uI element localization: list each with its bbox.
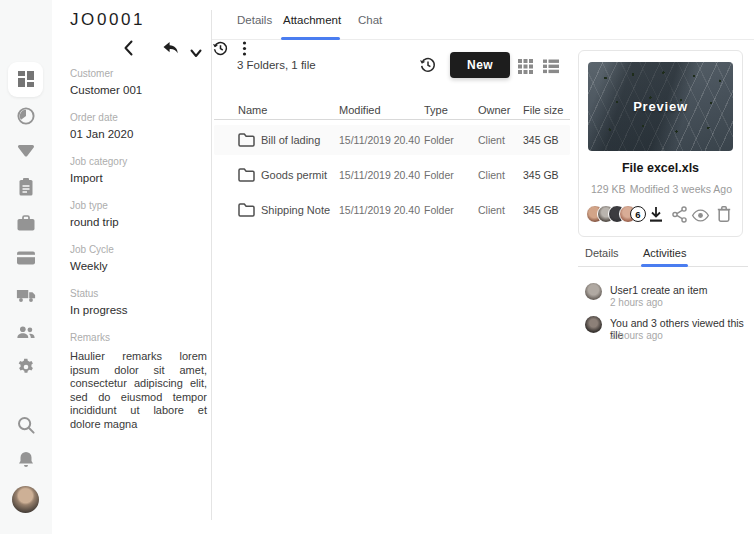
tab-file-details[interactable]: Details	[585, 247, 619, 259]
file-modified: 15/11/2019 20.40	[339, 134, 424, 146]
file-type: Folder	[424, 204, 478, 216]
main-content: Details Attachment Chat 3 Folders, 1 fil…	[212, 0, 754, 534]
field-job-category: Job category Import	[70, 156, 207, 185]
card-icon[interactable]	[15, 247, 37, 269]
field-order-date: Order date 01 Jan 2020	[70, 112, 207, 141]
search-icon[interactable]	[15, 414, 37, 436]
back-icon[interactable]	[123, 40, 134, 60]
download-icon[interactable]	[649, 206, 663, 226]
filter-icon[interactable]	[15, 141, 37, 163]
eye-icon[interactable]	[691, 208, 710, 226]
file-size: 345 GB	[523, 134, 570, 146]
tab-chat[interactable]: Chat	[358, 14, 382, 26]
reply-icon[interactable]	[162, 41, 180, 60]
active-tab-underline	[281, 37, 340, 40]
file-size: 345 GB	[523, 204, 570, 216]
preview-label: Preview	[633, 99, 688, 114]
folder-icon	[238, 133, 261, 147]
trash-icon[interactable]	[717, 205, 731, 226]
job-details-panel: JO0001 Customer Customer 001 Order date …	[52, 0, 212, 534]
grid-view-icon[interactable]	[518, 58, 534, 78]
users-icon[interactable]	[15, 321, 37, 343]
file-modified: 15/11/2019 20.40	[339, 169, 424, 181]
preview-file-size: 129 KB	[591, 183, 625, 195]
notifications-icon[interactable]	[15, 449, 37, 471]
icon-rail	[0, 0, 52, 534]
folder-icon	[238, 168, 261, 182]
file-name: Bill of lading	[261, 134, 339, 146]
preview-file-name: File excel.xls	[579, 161, 742, 175]
file-modified: 15/11/2019 20.40	[339, 204, 424, 216]
clipboard-icon[interactable]	[15, 176, 37, 198]
file-owner: Client	[478, 134, 523, 146]
user-avatar[interactable]	[12, 486, 39, 513]
viewer-count-badge[interactable]: 6	[630, 206, 646, 222]
tab-activities[interactable]: Activities	[643, 247, 686, 259]
new-button[interactable]: New	[450, 52, 510, 78]
field-job-cycle: Job Cycle Weekly	[70, 244, 207, 273]
field-remarks: Remarks Haulier remarks lorem ipsum dolo…	[70, 332, 207, 431]
col-filesize[interactable]: File size	[523, 104, 570, 116]
file-owner: Client	[478, 169, 523, 181]
file-name: Goods permit	[261, 169, 339, 181]
app-canvas: JO0001 Customer Customer 001 Order date …	[0, 0, 754, 534]
file-name: Shipping Note	[261, 204, 339, 216]
tab-details[interactable]: Details	[237, 14, 272, 26]
job-id-title: JO0001	[70, 10, 145, 30]
file-type: Folder	[424, 134, 478, 146]
job-fields: Customer Customer 001 Order date 01 Jan …	[70, 68, 207, 446]
col-modified[interactable]: Modified	[339, 104, 424, 116]
activity-text: User1 create an item	[610, 284, 707, 296]
chevron-down-icon[interactable]	[190, 44, 202, 62]
avatar	[585, 283, 602, 300]
file-owner: Client	[478, 204, 523, 216]
file-size: 345 GB	[523, 169, 570, 181]
file-table-header: Name Modified Type Owner File size	[214, 100, 570, 120]
settings-icon[interactable]	[15, 356, 37, 378]
file-type: Folder	[424, 169, 478, 181]
file-table: Name Modified Type Owner File size Bill …	[214, 100, 570, 225]
table-row[interactable]: Shipping Note 15/11/2019 20.40 Folder Cl…	[214, 195, 570, 225]
share-icon[interactable]	[672, 206, 687, 227]
field-job-type: Job type round trip	[70, 200, 207, 229]
truck-icon[interactable]	[15, 284, 37, 306]
activity-time: 2 hours ago	[610, 330, 663, 341]
field-customer: Customer Customer 001	[70, 68, 207, 97]
time-tracking-icon[interactable]	[15, 105, 37, 127]
col-owner[interactable]: Owner	[478, 104, 523, 116]
history-icon[interactable]	[419, 56, 437, 78]
table-row[interactable]: Goods permit 15/11/2019 20.40 Folder Cli…	[214, 160, 570, 190]
tab-attachment[interactable]: Attachment	[283, 14, 341, 26]
briefcase-icon[interactable]	[15, 212, 37, 234]
folder-summary: 3 Folders, 1 file	[237, 59, 316, 71]
main-tabbar: Details Attachment Chat	[212, 0, 754, 40]
field-status: Status In progress	[70, 288, 207, 317]
table-row[interactable]: Bill of lading 15/11/2019 20.40 Folder C…	[214, 125, 570, 155]
col-type[interactable]: Type	[424, 104, 478, 116]
file-preview-card: Preview File excel.xls 129 KB Modified 3…	[578, 50, 743, 237]
preview-modified: Modified 3 weeks Ago	[630, 183, 732, 195]
activity-active-underline	[641, 264, 688, 267]
avatar	[585, 316, 602, 333]
col-name[interactable]: Name	[238, 104, 339, 116]
dashboard-icon[interactable]	[15, 68, 37, 90]
activity-time: 2 hours ago	[610, 297, 663, 308]
preview-image[interactable]: Preview	[588, 62, 733, 151]
folder-icon	[238, 203, 261, 217]
list-view-icon[interactable]	[543, 58, 559, 78]
